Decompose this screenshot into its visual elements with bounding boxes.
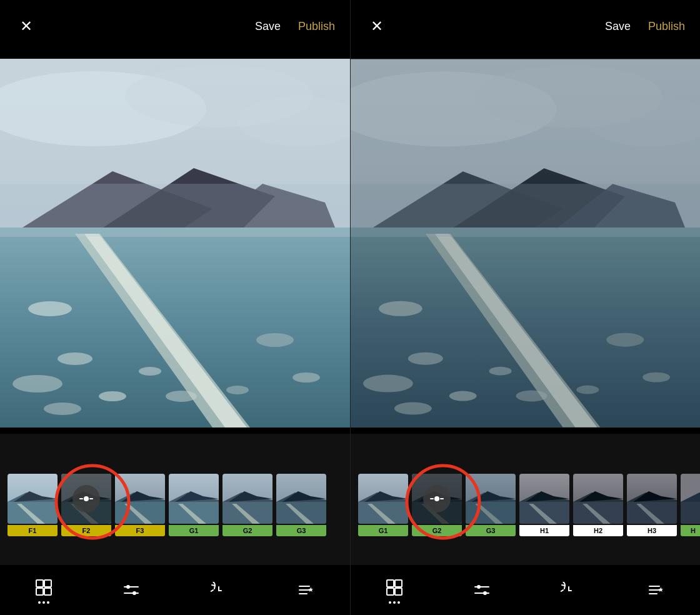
svg-point-11 xyxy=(28,301,72,316)
svg-point-19 xyxy=(292,372,320,382)
filter-thumb-H2[interactable]: H2 xyxy=(573,474,623,536)
svg-rect-33 xyxy=(79,498,83,499)
svg-point-13 xyxy=(12,375,62,392)
svg-point-18 xyxy=(256,333,294,347)
filter-thumb-F1[interactable]: F1 xyxy=(8,474,58,536)
svg-rect-122 xyxy=(573,502,623,524)
filter-thumb-H-extra[interactable]: H xyxy=(681,474,700,536)
svg-rect-7 xyxy=(0,184,350,234)
svg-rect-96 xyxy=(358,502,408,524)
close-button-left[interactable]: ✕ xyxy=(15,15,38,38)
svg-point-16 xyxy=(139,367,161,376)
filter-label-G3-left: G3 xyxy=(276,525,326,536)
svg-point-15 xyxy=(44,402,81,415)
filter-thumb-G1-right[interactable]: G1 xyxy=(358,474,408,536)
filter-thumb-H3[interactable]: H3 xyxy=(627,474,677,536)
filter-label-G2-left: G2 xyxy=(222,525,272,536)
grid-icon-right xyxy=(383,576,406,599)
bottom-toolbar-right xyxy=(351,565,700,615)
svg-rect-25 xyxy=(8,502,58,524)
grid-icon-left xyxy=(32,576,55,599)
grid-dots-right xyxy=(389,601,400,604)
star-list-icon-right xyxy=(645,579,668,601)
sliders-button-right[interactable] xyxy=(471,579,493,601)
filter-selected-circle-F2 xyxy=(72,485,100,512)
top-bar-actions-left: Save Publish xyxy=(255,20,335,33)
filter-thumb-H1[interactable]: H1 xyxy=(519,474,569,536)
filter-thumb-F3[interactable]: F3 xyxy=(115,474,165,536)
svg-rect-133 xyxy=(395,580,402,587)
grid-button-right[interactable] xyxy=(383,576,406,604)
star-list-button-left[interactable] xyxy=(295,579,318,601)
image-area-left xyxy=(0,52,350,434)
filter-thumb-G2-left[interactable]: G2 xyxy=(222,474,272,536)
svg-rect-54 xyxy=(276,502,326,524)
svg-point-63 xyxy=(132,591,136,595)
image-area-right xyxy=(351,52,700,434)
panel-right: ✕ Save Publish xyxy=(350,0,700,615)
filter-label-F1: F1 xyxy=(8,525,58,536)
star-list-button-right[interactable] xyxy=(645,579,668,601)
filter-selected-overlay-G2 xyxy=(412,474,462,524)
svg-rect-39 xyxy=(115,502,165,524)
history-button-left[interactable] xyxy=(208,579,230,601)
svg-rect-113 xyxy=(466,474,516,524)
svg-rect-56 xyxy=(36,580,43,587)
filter-strip-left: F1 xyxy=(0,434,350,565)
beach-image-left xyxy=(0,52,350,434)
filter-label-H2: H2 xyxy=(573,525,623,536)
svg-rect-132 xyxy=(387,580,394,587)
svg-rect-49 xyxy=(222,502,272,524)
filter-selected-circle-G2 xyxy=(423,485,451,512)
svg-rect-105 xyxy=(430,498,434,499)
filter-row-left: F1 xyxy=(0,434,350,565)
filter-label-G1-right: G1 xyxy=(358,525,408,536)
filter-strip-right: G1 xyxy=(351,434,700,565)
svg-rect-127 xyxy=(627,502,677,524)
filter-thumb-G2-right[interactable]: G2 xyxy=(412,474,462,536)
sliders-icon-right xyxy=(471,579,493,601)
svg-rect-59 xyxy=(44,588,51,595)
filter-thumb-F2[interactable]: F2 xyxy=(61,474,111,536)
history-icon-right xyxy=(558,579,580,601)
save-button-left[interactable]: Save xyxy=(255,20,281,33)
history-icon-left xyxy=(208,579,230,601)
svg-point-14 xyxy=(99,391,126,401)
svg-point-139 xyxy=(483,591,487,595)
svg-rect-57 xyxy=(44,580,51,587)
svg-point-12 xyxy=(58,352,92,365)
filter-thumb-G3-right[interactable]: G3 xyxy=(466,474,516,536)
sliders-button-left[interactable] xyxy=(120,579,142,601)
filter-label-F2: F2 xyxy=(61,525,111,536)
filter-label-G2-right: G2 xyxy=(412,525,462,536)
grid-dots-left xyxy=(38,601,49,604)
panel-left: ✕ Save Publish xyxy=(0,0,350,615)
close-button-right[interactable]: ✕ xyxy=(366,15,388,38)
publish-button-left[interactable]: Publish xyxy=(298,20,335,33)
top-bar-actions-right: Save Publish xyxy=(605,20,685,33)
svg-rect-131 xyxy=(681,502,700,524)
beach-image-right xyxy=(351,52,700,434)
filter-label-H1: H1 xyxy=(519,525,569,536)
svg-rect-117 xyxy=(519,502,569,524)
svg-point-32 xyxy=(84,496,89,501)
publish-button-right[interactable]: Publish xyxy=(648,20,685,33)
filter-selected-overlay-F2 xyxy=(61,474,111,524)
svg-rect-134 xyxy=(387,588,394,595)
svg-rect-92 xyxy=(351,228,700,237)
save-button-right[interactable]: Save xyxy=(605,20,631,33)
svg-point-61 xyxy=(126,585,130,589)
history-button-right[interactable] xyxy=(558,579,580,601)
filter-row-right: G1 xyxy=(351,434,700,565)
svg-point-137 xyxy=(477,585,481,589)
svg-point-17 xyxy=(166,391,197,402)
top-bar-right: ✕ Save Publish xyxy=(351,0,700,52)
svg-rect-135 xyxy=(395,588,402,595)
grid-button-left[interactable] xyxy=(32,576,55,604)
top-bar-left: ✕ Save Publish xyxy=(0,0,350,52)
filter-label-F3: F3 xyxy=(115,525,165,536)
filter-thumb-G3-left[interactable]: G3 xyxy=(276,474,326,536)
svg-rect-58 xyxy=(36,588,43,595)
filter-thumb-G1-left[interactable]: G1 xyxy=(169,474,219,536)
star-list-icon-left xyxy=(295,579,318,601)
